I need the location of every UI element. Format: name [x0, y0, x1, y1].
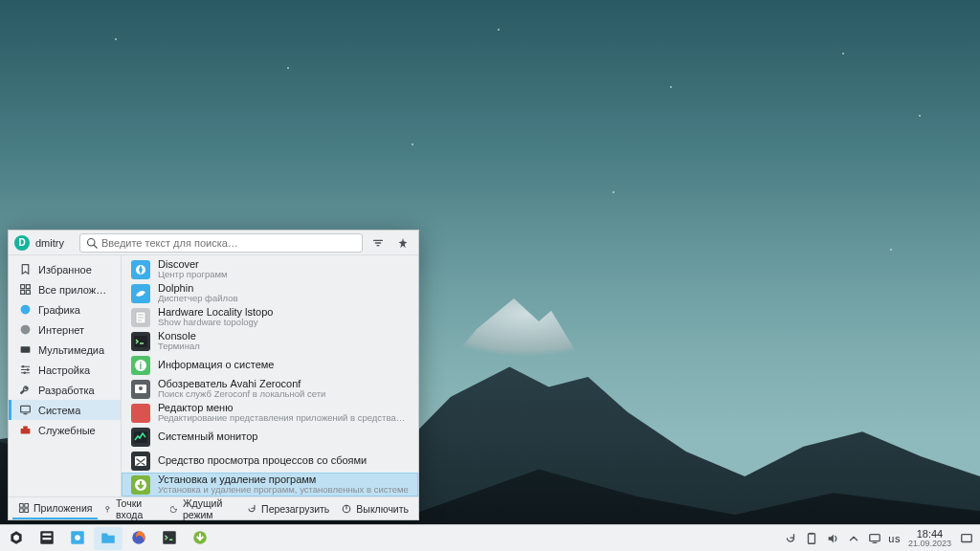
svg-rect-13 [20, 429, 30, 434]
terminal2-icon [161, 529, 178, 548]
svg-line-1 [94, 245, 97, 248]
category-bookmark[interactable]: Избранное [9, 259, 121, 279]
firefox-icon [130, 529, 147, 548]
taskbar-system-settings[interactable] [63, 527, 92, 550]
sort-button[interactable] [368, 233, 388, 253]
pin-icon [396, 236, 410, 250]
doc-icon [131, 308, 150, 327]
search-input[interactable] [98, 237, 356, 249]
keyboard-layout-indicator[interactable]: us [888, 533, 901, 544]
svg-rect-14 [23, 426, 28, 428]
taskbar-reader[interactable] [33, 527, 61, 550]
sysmon-icon [131, 428, 150, 447]
app-item[interactable]: Dolphin Диспетчер файлов [122, 281, 418, 305]
app-desc: Show hardware topology [158, 318, 273, 327]
app-item[interactable]: Установка и удаление программ Установка … [122, 473, 418, 496]
app-item[interactable]: Редактор меню Редактирование представлен… [122, 401, 418, 425]
category-wrench[interactable]: Разработка [9, 380, 121, 400]
power-sleep[interactable]: Ждущий режим [165, 498, 240, 519]
taskbar-tray: us 18:44 21.09.2023 [783, 525, 980, 551]
clipboard-icon[interactable] [804, 531, 819, 546]
category-toolbox[interactable]: Служебные [9, 420, 121, 440]
bug-icon [131, 452, 150, 471]
svg-text:i: i [140, 361, 143, 371]
category-label: Мультимедиа [38, 344, 104, 356]
category-label: Разработка [38, 385, 95, 396]
globe-grey-icon [18, 323, 32, 337]
svg-rect-43 [962, 534, 972, 541]
clock[interactable]: 18:44 21.09.2023 [906, 529, 953, 548]
updates-icon[interactable] [783, 531, 798, 546]
category-globe-blue[interactable]: Графика [9, 299, 121, 320]
taskbar-launchers [0, 525, 214, 551]
category-label: Служебные [38, 425, 96, 436]
user-name: dmitry [35, 237, 64, 249]
app-item[interactable]: Discover Центр программ [122, 257, 418, 281]
terminal-icon [131, 332, 150, 351]
svg-point-6 [20, 305, 30, 315]
category-label: Графика [38, 304, 80, 316]
bookmark-icon [18, 263, 32, 276]
svg-rect-2 [20, 285, 24, 289]
clock-date: 21.09.2023 [908, 540, 951, 548]
svg-point-10 [26, 368, 28, 370]
app-name: Konsole [158, 330, 200, 342]
svg-rect-42 [870, 534, 880, 540]
category-list: Избранное Все приложения Графика Интерне… [9, 255, 122, 496]
grid-icon [18, 283, 32, 297]
app-item[interactable]: Средство просмотра процессов со сбоями [122, 449, 418, 473]
launcher-footer: ПриложенияТочки входаЖдущий режимПерезаг… [9, 496, 418, 519]
kickoff-icon [8, 529, 25, 548]
svg-rect-12 [20, 406, 30, 412]
svg-rect-34 [43, 538, 52, 540]
wrench-icon [18, 384, 32, 397]
category-sliders[interactable]: Настройка [9, 360, 121, 380]
volume-icon[interactable] [825, 531, 840, 546]
network-icon[interactable] [867, 531, 882, 546]
svg-point-11 [23, 372, 25, 374]
category-globe-grey[interactable]: Интернет [9, 320, 121, 340]
app-item[interactable]: Обозреватель Avahi Zeroconf Поиск служб … [122, 377, 418, 401]
app-name: Информация о системе [158, 359, 274, 370]
search-field-wrap[interactable] [79, 233, 363, 253]
app-item[interactable]: Системный монитор [122, 425, 418, 449]
svg-rect-8 [20, 346, 30, 353]
app-name: Системный монитор [158, 430, 257, 442]
category-grid[interactable]: Все приложения [9, 279, 121, 299]
svg-point-7 [20, 325, 30, 335]
taskbar-file-manager[interactable] [94, 527, 122, 550]
menu-edit-icon [131, 404, 150, 423]
category-label: Избранное [38, 264, 92, 276]
svg-rect-26 [25, 503, 29, 507]
taskbar-terminal[interactable] [155, 527, 184, 550]
show-desktop-button[interactable] [959, 531, 974, 546]
taskbar-downloads[interactable] [186, 527, 214, 550]
svg-rect-33 [43, 533, 52, 535]
app-name: Обозреватель Avahi Zeroconf [158, 378, 325, 389]
app-desc: Установка и удаление программ, установле… [158, 485, 409, 495]
svg-point-36 [75, 535, 80, 540]
svg-rect-27 [20, 508, 24, 512]
svg-point-21 [139, 386, 143, 390]
dolphin-icon [131, 284, 150, 303]
app-name: Редактор меню [158, 402, 409, 413]
pin-button[interactable] [393, 233, 412, 253]
user-avatar[interactable]: D [14, 235, 30, 251]
power-shutdown[interactable]: Выключить [335, 498, 414, 519]
app-item[interactable]: Konsole Терминал [122, 329, 418, 353]
category-media[interactable]: Мультимедиа [9, 340, 121, 360]
power-restart[interactable]: Перезагрузить [240, 498, 335, 519]
info-icon: i [131, 356, 150, 375]
app-item[interactable]: Hardware Locality lstopo Show hardware t… [122, 305, 418, 329]
category-label: Настройка [38, 364, 90, 376]
sliders-icon [18, 364, 32, 377]
app-item[interactable]: i Информация о системе [122, 353, 418, 377]
tray-expand-icon[interactable] [846, 531, 861, 546]
taskbar-firefox[interactable] [124, 527, 153, 550]
svg-rect-5 [26, 290, 30, 294]
taskbar-app-launcher[interactable] [2, 527, 31, 550]
footer-tab-places[interactable]: Точки входа [98, 498, 161, 519]
desktop[interactable]: D dmitry Избранное Все приложения График… [0, 0, 980, 551]
footer-tab-grid[interactable]: Приложения [12, 498, 98, 519]
category-monitor[interactable]: Система [9, 400, 121, 420]
